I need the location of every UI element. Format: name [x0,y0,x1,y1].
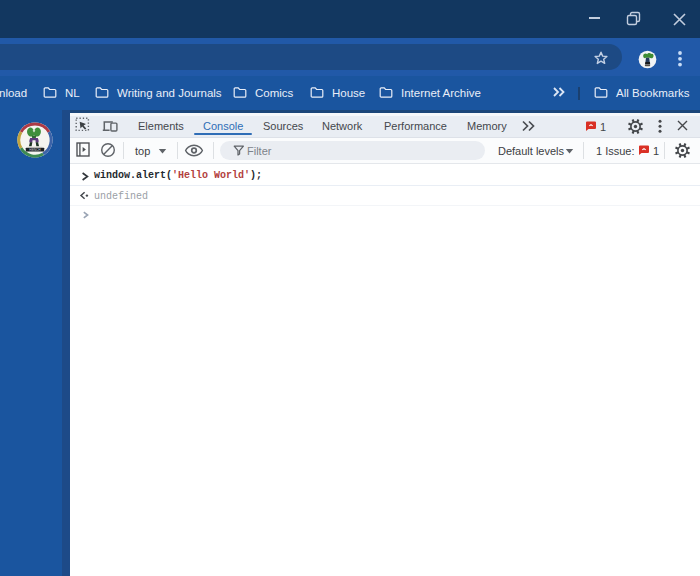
svg-text:HENCH: HENCH [29,148,41,152]
